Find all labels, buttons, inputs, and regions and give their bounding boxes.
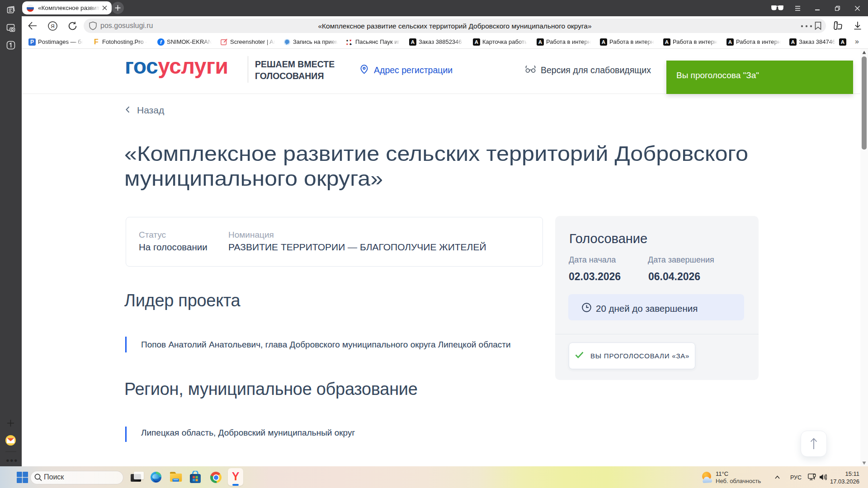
svg-text:♦: ♦: [346, 42, 348, 46]
svg-text:♣: ♣: [349, 42, 352, 46]
svg-text:Я: Я: [51, 23, 54, 29]
